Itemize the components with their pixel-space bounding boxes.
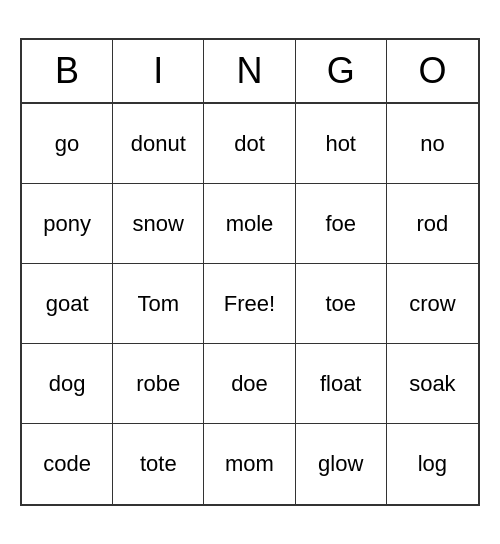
bingo-cell[interactable]: snow [113, 184, 204, 264]
bingo-cell[interactable]: donut [113, 104, 204, 184]
bingo-header: BINGO [22, 40, 478, 104]
bingo-cell[interactable]: Free! [204, 264, 295, 344]
bingo-cell[interactable]: float [296, 344, 387, 424]
header-letter: I [113, 40, 204, 102]
bingo-cell[interactable]: dog [22, 344, 113, 424]
bingo-cell[interactable]: rod [387, 184, 478, 264]
bingo-cell[interactable]: mole [204, 184, 295, 264]
bingo-card: BINGO godonutdothotnoponysnowmolefoerodg… [20, 38, 480, 506]
bingo-cell[interactable]: no [387, 104, 478, 184]
bingo-cell[interactable]: code [22, 424, 113, 504]
bingo-cell[interactable]: hot [296, 104, 387, 184]
bingo-cell[interactable]: goat [22, 264, 113, 344]
bingo-cell[interactable]: tote [113, 424, 204, 504]
header-letter: B [22, 40, 113, 102]
bingo-cell[interactable]: dot [204, 104, 295, 184]
header-letter: O [387, 40, 478, 102]
bingo-cell[interactable]: toe [296, 264, 387, 344]
bingo-cell[interactable]: Tom [113, 264, 204, 344]
bingo-cell[interactable]: glow [296, 424, 387, 504]
bingo-cell[interactable]: doe [204, 344, 295, 424]
bingo-grid: godonutdothotnoponysnowmolefoerodgoatTom… [22, 104, 478, 504]
header-letter: N [204, 40, 295, 102]
bingo-cell[interactable]: crow [387, 264, 478, 344]
header-letter: G [296, 40, 387, 102]
bingo-cell[interactable]: foe [296, 184, 387, 264]
bingo-cell[interactable]: robe [113, 344, 204, 424]
bingo-cell[interactable]: soak [387, 344, 478, 424]
bingo-cell[interactable]: go [22, 104, 113, 184]
bingo-cell[interactable]: mom [204, 424, 295, 504]
bingo-cell[interactable]: pony [22, 184, 113, 264]
bingo-cell[interactable]: log [387, 424, 478, 504]
